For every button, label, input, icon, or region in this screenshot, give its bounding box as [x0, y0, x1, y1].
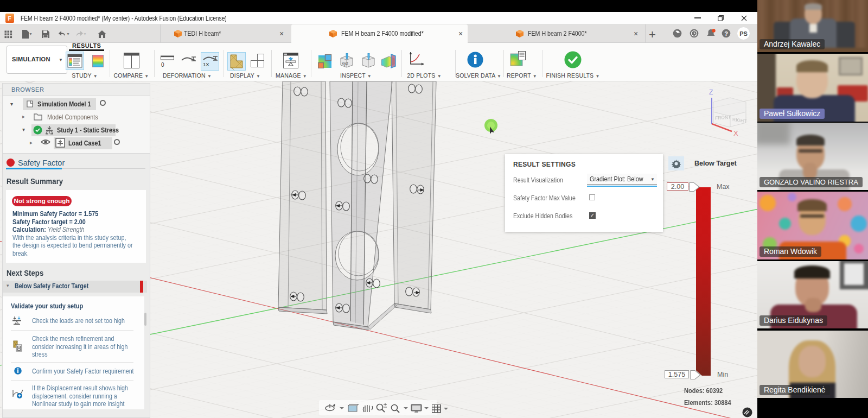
svg-text:?: ? [724, 30, 728, 37]
svg-text:1X: 1X [203, 61, 209, 67]
svg-text:xyz: xyz [342, 61, 348, 66]
svg-text:0: 0 [161, 62, 164, 68]
svg-text:FRONT: FRONT [715, 114, 731, 121]
svg-text:F: F [8, 16, 11, 22]
svg-text:X: X [733, 129, 738, 137]
svg-text:Z: Z [709, 88, 713, 96]
